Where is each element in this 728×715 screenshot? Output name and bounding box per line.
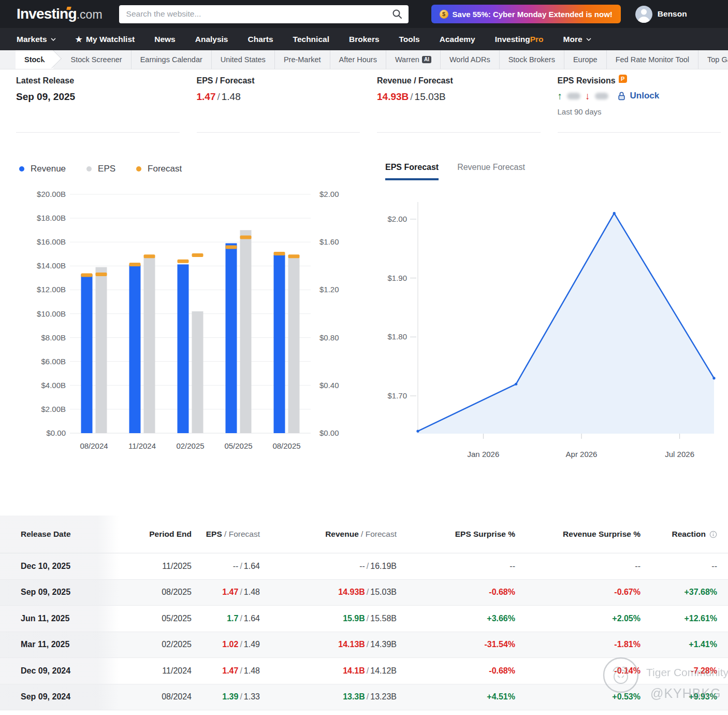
blurred-value [567, 93, 580, 99]
svg-text:$2.00: $2.00 [319, 190, 339, 198]
search-input[interactable] [125, 9, 392, 19]
area-fill [418, 213, 714, 434]
subnav-item-stock-screener[interactable]: Stock Screener [62, 50, 132, 69]
subnav-item-after-hours[interactable]: After Hours [330, 50, 386, 69]
column-header-revenue-surprise: Revenue Surprise % [520, 530, 647, 539]
earnings-bar-chart-panel: RevenueEPSForecast $20.00B$18.00B$16.00B… [16, 155, 368, 490]
cell-period-end: 08/2024 [119, 692, 192, 702]
subnav-item-fed-rate-monitor-tool[interactable]: Fed Rate Monitor Tool [607, 50, 698, 69]
cell-reaction: -- [647, 562, 728, 571]
subnav-item-warren[interactable]: WarrenAI [386, 50, 441, 69]
svg-text:$4.00B: $4.00B [41, 381, 66, 390]
chevron-down-icon [586, 38, 591, 41]
subnav-item-world-adrs[interactable]: World ADRs [441, 50, 500, 69]
separator: / [365, 666, 370, 675]
subnav-item-united-states[interactable]: United States [212, 50, 275, 69]
column-header-eps: EPS / Forecast [192, 530, 269, 539]
nav-label: News [154, 35, 176, 44]
forecast-value: 15.58B [370, 614, 397, 623]
chart-legend: RevenueEPSForecast [19, 164, 182, 174]
x-axis-labels: 08/202411/202402/202505/202508/2025 [80, 441, 300, 450]
nav-item-tools[interactable]: Tools [399, 35, 420, 44]
cell-reaction: -7.28% [647, 666, 728, 676]
nav-label: Academy [440, 35, 475, 44]
column-header-revenue: Revenue / Forecast [269, 530, 404, 539]
separator: / [215, 91, 221, 102]
eps-surprise-value: +4.51% [487, 692, 515, 701]
subnav-item-pre-market[interactable]: Pre-Market [275, 50, 330, 69]
sub-nav: StocksStock ScreenerEarnings CalendarUni… [0, 50, 728, 69]
user-menu[interactable]: Benson [635, 6, 687, 23]
svg-text:$8.00B: $8.00B [41, 333, 66, 342]
avatar[interactable] [635, 6, 652, 23]
latest-release-value: Sep 09, 2025 [16, 91, 180, 103]
nav-item-technical[interactable]: Technical [293, 35, 329, 44]
separator: / [365, 614, 370, 623]
nav-item-brokers[interactable]: Brokers [349, 35, 380, 44]
subnav-label: Top Gainers [707, 55, 728, 64]
legend-item-revenue[interactable]: Revenue [19, 164, 66, 174]
separator: / [238, 588, 243, 596]
cell-revenue-forecast: --/16.19B [269, 562, 404, 571]
actual-value: 1.47 [222, 588, 238, 596]
subnav-item-earnings-calendar[interactable]: Earnings Calendar [132, 50, 212, 69]
cell-reaction: +37.68% [647, 588, 728, 597]
search-icon[interactable] [392, 9, 402, 19]
forecast-value: 14.39B [370, 640, 397, 649]
svg-text:$1.60: $1.60 [319, 237, 339, 246]
reaction-value: +1.41% [689, 640, 717, 649]
reaction-value: -- [711, 562, 717, 570]
legend-item-eps[interactable]: EPS [86, 164, 115, 174]
svg-text:$0.00: $0.00 [46, 428, 66, 437]
subnav-item-top-gainers[interactable]: Top Gainers [698, 50, 728, 69]
stats-row: Latest Release Sep 09, 2025 EPS / Foreca… [16, 69, 721, 133]
actual-value: 1.02 [222, 640, 238, 649]
unlock-link[interactable]: Unlock [617, 91, 660, 101]
top-bar: Investing.com $ Save 55%: Cyber Monday E… [0, 0, 728, 28]
forecast-value: 1.49 [244, 640, 260, 649]
tab-revenue-forecast[interactable]: Revenue Forecast [457, 163, 525, 180]
subnav-label: World ADRs [449, 55, 490, 64]
search-bar[interactable] [119, 5, 409, 23]
nav-item-more[interactable]: More [563, 35, 591, 44]
stat-label: EPS / Forecast [197, 76, 360, 85]
svg-text:$14.00B: $14.00B [37, 261, 66, 270]
svg-text:08/2025: 08/2025 [272, 441, 300, 450]
nav-item-academy[interactable]: Academy [440, 35, 475, 44]
subnav-item-stocks[interactable]: Stocks [16, 50, 53, 69]
svg-text:Jan 2026: Jan 2026 [468, 450, 500, 459]
nav-item-investingpro[interactable]: InvestingPro [495, 35, 544, 44]
table-row: Dec 09, 202411/20241.47/1.4814.1B/14.12B… [0, 658, 728, 684]
user-name[interactable]: Benson [658, 9, 687, 19]
cell-release-date: Sep 09, 2024 [0, 684, 119, 710]
svg-text:$10.00B: $10.00B [37, 309, 66, 318]
info-icon[interactable] [709, 531, 717, 538]
header-label: Revenue [325, 530, 359, 538]
bars [81, 230, 300, 433]
subnav-label: Europe [573, 55, 598, 64]
eps-forecast-value: 1.47/1.48 [197, 91, 360, 103]
investing-logo[interactable]: Investing.com [17, 6, 103, 22]
svg-text:$1.20: $1.20 [319, 285, 339, 294]
nav-item-analysis[interactable]: Analysis [195, 35, 228, 44]
nav-label: Tools [399, 35, 420, 44]
forecast-value: 1.64 [244, 562, 260, 570]
nav-item-my-watchlist[interactable]: ★My Watchlist [76, 35, 135, 44]
revenue-surprise-value: -0.67% [614, 588, 640, 596]
cell-eps-forecast: 1.39/1.33 [192, 692, 269, 702]
subnav-item-stock-brokers[interactable]: Stock Brokers [500, 50, 564, 69]
revenue-surprise-value: +2.05% [612, 614, 640, 623]
table-row: Mar 11, 202502/20251.02/1.4914.13B/14.39… [0, 632, 728, 659]
reaction-value: +9.93% [689, 692, 717, 701]
subnav-item-europe[interactable]: Europe [564, 50, 607, 69]
nav-item-charts[interactable]: Charts [247, 35, 273, 44]
cell-eps-surprise: +3.66% [404, 614, 520, 623]
legend-item-forecast[interactable]: Forecast [136, 164, 182, 174]
nav-item-news[interactable]: News [154, 35, 176, 44]
separator: / [365, 692, 370, 701]
cell-reaction: +12.61% [647, 614, 728, 623]
nav-item-markets[interactable]: Markets [17, 35, 56, 44]
header-sublabel: / Forecast [222, 530, 260, 538]
promo-banner[interactable]: $ Save 55%: Cyber Monday Extended is now… [431, 5, 621, 23]
tab-eps-forecast[interactable]: EPS Forecast [385, 163, 439, 180]
